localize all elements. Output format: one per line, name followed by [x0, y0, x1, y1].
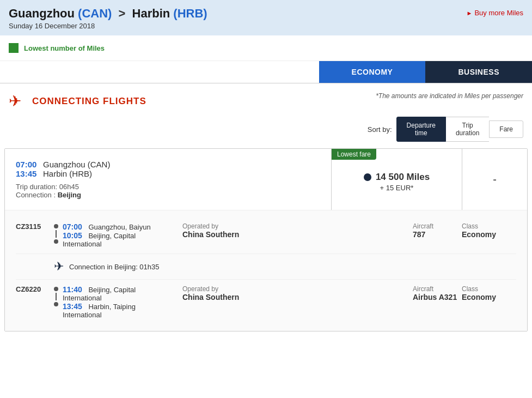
sort-departure-button[interactable]: Departuretime — [396, 117, 446, 142]
radio-dot — [364, 173, 371, 181]
plane-icon-red: ✈ — [9, 92, 21, 110]
seg1-arr-time: 10:05 — [63, 231, 82, 240]
flight-card-top: 07:00 Guangzhou (CAN) 13:45 Harbin (HRB)… — [5, 149, 527, 210]
tab-economy[interactable]: ECONOMY — [319, 61, 426, 83]
sort-label: Sort by: — [368, 125, 392, 134]
seg2-class: Class Economy — [462, 285, 516, 301]
sort-trip-button[interactable]: Tripduration — [446, 117, 489, 142]
flight-number-1: CZ3115 — [16, 222, 54, 231]
miles-amount: 14 500 Miles — [376, 172, 430, 183]
header-bar: Guangzhou (CAN) > Harbin (HRB) Sunday 16… — [0, 0, 532, 35]
seg1-operator: Operated by China Southern — [172, 222, 407, 239]
seg2-cl-label: Class — [462, 285, 516, 293]
price-radio[interactable]: 14 500 Miles — [364, 172, 430, 183]
seg1-dep-time: 07:00 — [63, 222, 82, 231]
seg1-aircraft: Aircraft 787 — [407, 222, 462, 239]
legend-green-icon — [9, 43, 19, 53]
business-price-box: - — [462, 149, 527, 210]
dot-line-1 — [56, 230, 57, 238]
route-arrow: > — [119, 7, 129, 20]
buy-miles-arrow-icon: ► — [467, 10, 473, 16]
segment-times-1: 07:00 Guangzhou, Baiyun 10:05 Beijing, C… — [63, 222, 172, 248]
segment-times-2: 11:40 Beijing, Capital International 13:… — [63, 285, 172, 319]
legend-text: Lowest number of Miles — [24, 44, 105, 52]
segment-row-2: CZ6220 11:40 Beijing, Capital Internatio… — [16, 280, 516, 324]
seg2-aircraft: Aircraft Airbus A321 — [407, 285, 462, 301]
connecting-header: ✈ CONNECTING FLIGHTS *The amounts are in… — [0, 83, 532, 114]
seg1-ac-label: Aircraft — [413, 222, 462, 230]
flight-segments: CZ3115 07:00 Guangzhou, Baiyun 10:05 Bei… — [5, 210, 527, 331]
tab-business[interactable]: BUSINESS — [425, 61, 532, 83]
seg-dot-line-1 — [54, 222, 58, 244]
conn-stop-text: Connection in Beijing: 01h35 — [69, 263, 160, 271]
seg2-arr-time: 13:45 — [63, 302, 82, 311]
lowest-fare-badge: Lowest fare — [332, 149, 376, 160]
sort-fare-button[interactable]: Fare — [489, 120, 523, 138]
seg2-cl-value: Economy — [462, 293, 516, 301]
dot-line-2 — [56, 293, 57, 300]
buy-miles-link[interactable]: ► Buy more Miles — [467, 9, 523, 17]
dot-top-1 — [54, 224, 58, 228]
legend-bar: Lowest number of Miles — [0, 35, 532, 61]
economy-price-box[interactable]: Lowest fare 14 500 Miles + 15 EUR* — [331, 149, 462, 210]
connection-label: Connection : — [16, 191, 56, 199]
seg2-op-name: China Southern — [182, 293, 407, 301]
miles-note: *The amounts are indicated in Miles per … — [376, 92, 523, 100]
seg1-arr: 10:05 Beijing, Capital International — [63, 231, 172, 248]
duration-label: Trip duration: — [16, 183, 57, 191]
business-price: - — [493, 173, 497, 186]
seg2-arr: 13:45 Harbin, Taiping International — [63, 302, 172, 319]
seg2-dep-time: 11:40 — [63, 285, 82, 294]
flight-info-left: 07:00 Guangzhou (CAN) 13:45 Harbin (HRB)… — [5, 149, 331, 210]
seg1-ac-value: 787 — [413, 230, 462, 239]
dot-top-2 — [54, 287, 58, 291]
duration-row: Trip duration: 06h45 — [16, 183, 320, 191]
arrival-airport: Harbin (HRB) — [43, 169, 92, 178]
arrival-time: 13:45 — [16, 169, 36, 178]
seg-dot-line-2 — [54, 285, 58, 306]
buy-miles-label: Buy more Miles — [474, 9, 523, 17]
segment-row-1: CZ3115 07:00 Guangzhou, Baiyun 10:05 Bei… — [16, 217, 516, 254]
seg2-op-label: Operated by — [182, 285, 407, 293]
connection-city: Beijing — [58, 191, 81, 199]
flight-number-2: CZ6220 — [16, 285, 54, 293]
origin-code: (CAN) — [78, 7, 112, 20]
seg1-cl-value: Economy — [462, 230, 516, 239]
seg1-dep-airport: Guangzhou, Baiyun — [88, 223, 150, 231]
dot-bottom-2 — [54, 302, 58, 306]
seg1-dep: 07:00 Guangzhou, Baiyun — [63, 222, 172, 231]
conn-plane-icon: ✈ — [54, 260, 64, 274]
seg2-operator: Operated by China Southern — [172, 285, 407, 301]
duration-value: 06h45 — [59, 183, 79, 191]
origin-city: Guangzhou — [9, 7, 75, 20]
connecting-title: CONNECTING FLIGHTS — [32, 96, 146, 107]
tabs-row: ECONOMY BUSINESS — [0, 61, 532, 83]
connection-row: Connection : Beijing — [16, 191, 320, 199]
connection-stop-row: ✈ Connection in Beijing: 01h35 — [16, 254, 516, 280]
sort-row: Sort by: Departuretime Tripduration Fare — [0, 114, 532, 148]
flight-card: 07:00 Guangzhou (CAN) 13:45 Harbin (HRB)… — [4, 148, 528, 331]
seg2-ac-label: Aircraft — [413, 285, 462, 293]
dot-bottom-1 — [54, 239, 58, 244]
departure-row: 07:00 Guangzhou (CAN) — [16, 160, 320, 169]
departure-airport: Guangzhou (CAN) — [43, 160, 110, 169]
route-title: Guangzhou (CAN) > Harbin (HRB) — [9, 7, 523, 21]
seg1-op-name: China Southern — [182, 230, 407, 239]
dest-code: (HRB) — [173, 7, 207, 20]
arrival-row: 13:45 Harbin (HRB) — [16, 169, 320, 178]
eur-amount: + 15 EUR* — [380, 184, 414, 192]
seg2-ac-value: Airbus A321 — [413, 293, 462, 301]
seg1-class: Class Economy — [462, 222, 516, 239]
flight-date: Sunday 16 December 2018 — [9, 22, 523, 30]
seg1-cl-label: Class — [462, 222, 516, 230]
seg1-op-label: Operated by — [182, 222, 407, 230]
seg2-dep: 11:40 Beijing, Capital International — [63, 285, 172, 302]
departure-time: 07:00 — [16, 160, 36, 169]
dest-city: Harbin — [132, 7, 170, 20]
